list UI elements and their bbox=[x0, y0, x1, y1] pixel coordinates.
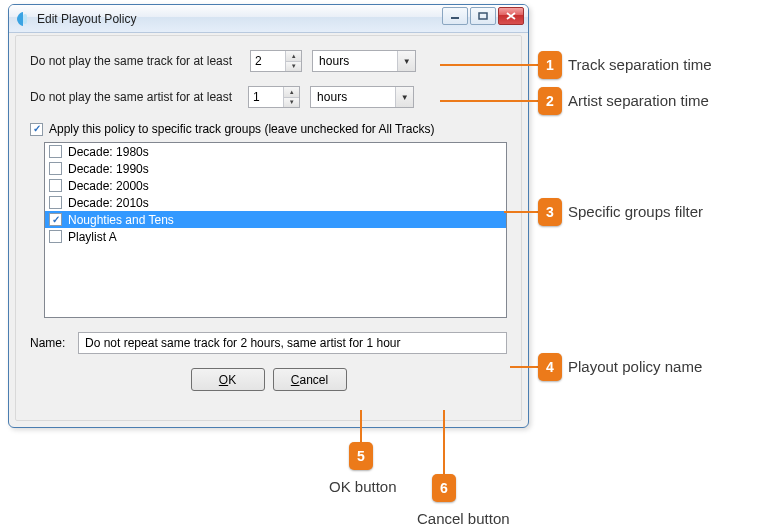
group-checkbox[interactable] bbox=[49, 162, 62, 175]
list-item[interactable]: ✓Noughties and Tens bbox=[45, 211, 506, 228]
callout-badge-4: 4 bbox=[538, 353, 562, 381]
titlebar: Edit Playout Policy bbox=[9, 5, 528, 33]
callout-label-6: Cancel button bbox=[417, 510, 510, 527]
list-item[interactable]: Decade: 1980s bbox=[45, 143, 506, 160]
track-separation-unit: hours bbox=[319, 54, 397, 68]
group-label: Noughties and Tens bbox=[68, 213, 174, 227]
client-area: Do not play the same track for at least … bbox=[15, 35, 522, 421]
list-item[interactable]: Playlist A bbox=[45, 228, 506, 245]
callout-badge-5: 5 bbox=[349, 442, 373, 470]
window-title: Edit Playout Policy bbox=[37, 12, 136, 26]
group-checkbox[interactable] bbox=[49, 145, 62, 158]
spinner-up-icon[interactable]: ▲ bbox=[284, 87, 299, 97]
group-checkbox[interactable] bbox=[49, 230, 62, 243]
svg-rect-0 bbox=[23, 14, 27, 24]
track-separation-label: Do not play the same track for at least bbox=[30, 54, 232, 68]
policy-name-input[interactable] bbox=[78, 332, 507, 354]
callout-label-5: OK button bbox=[329, 478, 397, 495]
callout-badge-3: 3 bbox=[538, 198, 562, 226]
track-separation-value[interactable] bbox=[251, 51, 285, 71]
list-item[interactable]: Decade: 1990s bbox=[45, 160, 506, 177]
artist-separation-label: Do not play the same artist for at least bbox=[30, 90, 232, 104]
track-separation-unit-combo[interactable]: hours ▼ bbox=[312, 50, 416, 72]
artist-separation-unit: hours bbox=[317, 90, 395, 104]
callout-label-2: Artist separation time bbox=[568, 92, 709, 109]
group-label: Playlist A bbox=[68, 230, 117, 244]
chevron-down-icon[interactable]: ▼ bbox=[395, 87, 413, 107]
callout-label-4: Playout policy name bbox=[568, 358, 702, 375]
apply-specific-groups-row: ✓ Apply this policy to specific track gr… bbox=[30, 122, 507, 136]
callout-badge-6: 6 bbox=[432, 474, 456, 502]
callout-label-1: Track separation time bbox=[568, 56, 712, 73]
spinner-up-icon[interactable]: ▲ bbox=[286, 51, 301, 61]
app-icon bbox=[15, 11, 31, 27]
cancel-button[interactable]: Cancel bbox=[273, 368, 347, 391]
close-button[interactable] bbox=[498, 7, 524, 25]
track-separation-row: Do not play the same track for at least … bbox=[30, 50, 507, 72]
artist-separation-row: Do not play the same artist for at least… bbox=[30, 86, 507, 108]
artist-separation-unit-combo[interactable]: hours ▼ bbox=[310, 86, 414, 108]
dialog-buttons: OK Cancel bbox=[30, 368, 507, 391]
callout-badge-1: 1 bbox=[538, 51, 562, 79]
list-item[interactable]: Decade: 2000s bbox=[45, 177, 506, 194]
group-label: Decade: 1990s bbox=[68, 162, 149, 176]
ok-button[interactable]: OK bbox=[191, 368, 265, 391]
name-row: Name: bbox=[30, 332, 507, 354]
group-checkbox[interactable]: ✓ bbox=[49, 213, 62, 226]
artist-separation-spinner[interactable]: ▲ ▼ bbox=[248, 86, 300, 108]
edit-playout-policy-window: Edit Playout Policy Do not play the same… bbox=[8, 4, 529, 428]
apply-specific-groups-checkbox[interactable]: ✓ bbox=[30, 123, 43, 136]
group-label: Decade: 2000s bbox=[68, 179, 149, 193]
svg-rect-1 bbox=[451, 17, 459, 19]
spinner-down-icon[interactable]: ▼ bbox=[284, 97, 299, 108]
apply-specific-groups-label: Apply this policy to specific track grou… bbox=[49, 122, 435, 136]
list-item[interactable]: Decade: 2010s bbox=[45, 194, 506, 211]
maximize-button[interactable] bbox=[470, 7, 496, 25]
group-label: Decade: 2010s bbox=[68, 196, 149, 210]
spinner-down-icon[interactable]: ▼ bbox=[286, 61, 301, 72]
callout-badge-2: 2 bbox=[538, 87, 562, 115]
group-checkbox[interactable] bbox=[49, 179, 62, 192]
artist-separation-value[interactable] bbox=[249, 87, 283, 107]
chevron-down-icon[interactable]: ▼ bbox=[397, 51, 415, 71]
track-groups-list[interactable]: Decade: 1980sDecade: 1990sDecade: 2000sD… bbox=[44, 142, 507, 318]
name-label: Name: bbox=[30, 336, 78, 350]
window-controls bbox=[442, 7, 524, 25]
group-checkbox[interactable] bbox=[49, 196, 62, 209]
minimize-button[interactable] bbox=[442, 7, 468, 25]
callout-label-3: Specific groups filter bbox=[568, 203, 703, 220]
group-label: Decade: 1980s bbox=[68, 145, 149, 159]
track-separation-spinner[interactable]: ▲ ▼ bbox=[250, 50, 302, 72]
svg-rect-2 bbox=[479, 13, 487, 19]
